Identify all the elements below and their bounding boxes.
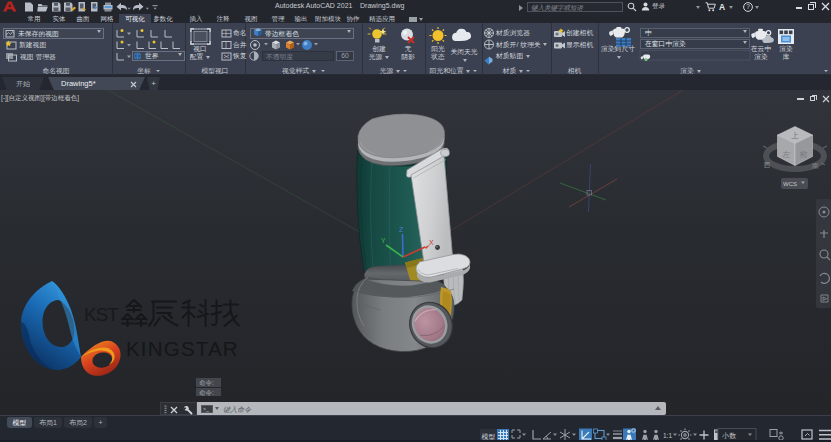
svg-text:上: 上 [791, 131, 799, 140]
svg-text:1:1: 1:1 [663, 432, 672, 439]
svg-text:南: 南 [812, 162, 819, 169]
svg-text:WCS: WCS [783, 181, 797, 187]
svg-text:模型: 模型 [482, 432, 496, 440]
svg-text:前: 前 [800, 150, 808, 159]
svg-text:KINGSTAR: KINGSTAR [126, 337, 239, 360]
svg-text:西: 西 [763, 161, 771, 168]
svg-text:?: ? [746, 3, 750, 10]
svg-text:Y: Y [381, 237, 386, 244]
svg-text:Z: Z [399, 226, 404, 233]
svg-text:X: X [429, 239, 434, 246]
svg-text:小数: 小数 [722, 432, 737, 439]
svg-text:左: 左 [783, 150, 791, 159]
svg-text:KST: KST [84, 304, 119, 325]
